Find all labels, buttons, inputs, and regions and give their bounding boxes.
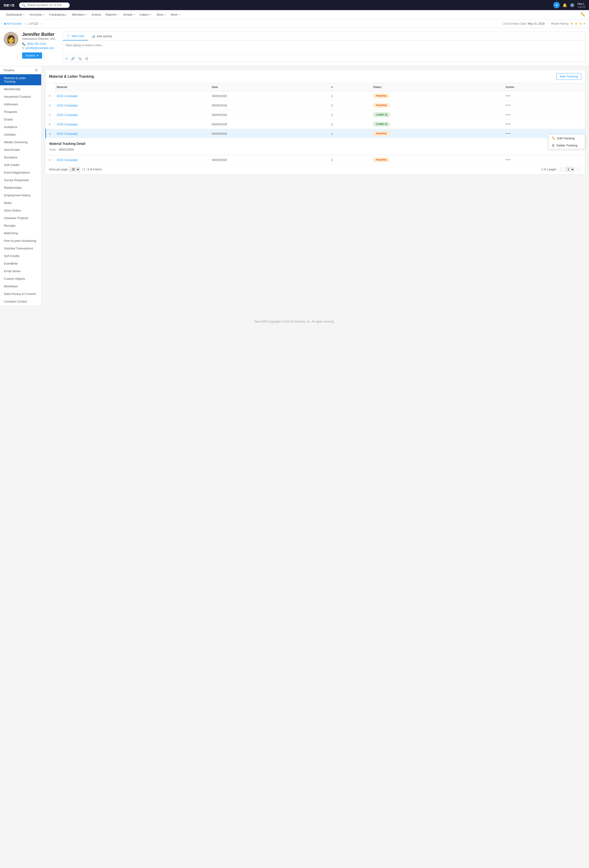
action-dots-button[interactable]: ••• [506,131,511,136]
bell-icon[interactable]: 🔔 [562,3,567,7]
sidebar-settings-icon[interactable]: ⚙ [35,68,38,72]
expand-button[interactable]: ∨ [49,132,51,136]
next-account-button[interactable]: › [41,22,42,25]
date-cell: 04/04/2018 [209,120,329,129]
nav-item-reports[interactable]: Reports▼ [103,10,121,19]
gear-icon[interactable]: ⚙️ [570,3,574,7]
sidebar-item-wealth-screening[interactable]: Wealth Screening [0,139,41,146]
nav-item-events[interactable]: Events [89,10,103,19]
expand-button[interactable]: ∨ [49,94,51,97]
profile-name: Jennifer Butler [22,32,59,37]
sidebar-item-grants[interactable]: Grants [0,116,41,123]
link-icon[interactable]: 🔗 [71,57,75,61]
sidebar-item-relationships[interactable]: Relationships [0,184,41,192]
status-badge: PENDING [373,131,389,136]
expand-button[interactable]: ∨ [49,113,51,117]
nav-item-fundraising[interactable]: Fundraising▼ [47,10,70,19]
sidebar-item-notes[interactable]: Notes [0,199,41,207]
sidebar-item-activities[interactable]: Activities [0,131,41,139]
campaign-link[interactable]: 2018 Campaign [57,113,78,117]
sidebar-item-prospects[interactable]: Prospects [0,108,41,116]
tab-add-activity[interactable]: 📊 Add activity [88,32,115,40]
sidebar-item-receipts[interactable]: Receipts [0,222,41,229]
sidebar-item-sent-emails[interactable]: Sent Emails [0,146,41,154]
sidebar-item-invitations[interactable]: Invitations [0,123,41,131]
expand-cell: ∨ [46,110,54,120]
add-button[interactable]: + [553,2,560,8]
action-dots-button[interactable]: ••• [506,94,511,98]
nav-item-store[interactable]: Store▼ [154,10,169,19]
sidebar-item-donations[interactable]: Donations [0,154,41,161]
campaign-link[interactable]: 2018 Campaign [57,104,78,107]
sidebar-item-employment-history[interactable]: Employment History [0,192,41,199]
edit-nav-icon[interactable]: ✏️ [581,12,585,17]
campaign-link[interactable]: 2018 Campaign [57,94,78,98]
page-select[interactable]: 1 [565,167,574,172]
sidebar-item-material-letter-tracking[interactable]: Material & Letter Tracking [0,74,41,85]
profile-email[interactable]: jennifer@example.com [26,46,54,50]
sidebar-item-soft-credits[interactable]: Soft Credits [0,161,41,169]
sidebar-item-household-contacts[interactable]: Household Contacts [0,93,41,100]
material-cell: 2018 Campaign [54,129,209,139]
nav-item-accounts[interactable]: Accounts▼ [27,10,47,19]
back-link[interactable]: ◀ All Accounts [4,22,22,25]
sidebar-item-data-privacy[interactable]: Data Privacy & Consent [0,290,41,298]
chevron-down-icon: ▼ [178,13,181,16]
sidebar-item-constant-contact[interactable]: Constant Contact [0,298,41,305]
search-input[interactable] [27,3,62,7]
sidebar-item-custom-objects[interactable]: Custom Objects [0,275,41,282]
star-2: ★ [575,22,578,25]
campaign-link[interactable]: 2018 Campaign [57,132,78,136]
date-cell: 04/04/2018 [209,101,329,110]
actions-button[interactable]: Actions ▼ [22,52,42,59]
expand-button[interactable]: ∨ [49,123,51,126]
sidebar-item-eventbrite[interactable]: EventBrite [0,260,41,267]
sidebar-item-mailchimp[interactable]: MailChimp [0,229,41,237]
sidebar-item-store-orders[interactable]: Store Orders [0,207,41,214]
sidebar-item-event-registrations[interactable]: Event Registrations [0,169,41,176]
action-dots-button[interactable]: ••• [506,158,511,162]
profile-phone[interactable]: (650) 555-1234 [27,42,46,46]
material-cell: 2018 Campaign [54,155,209,165]
per-page-select[interactable]: 10 25 50 [69,167,80,172]
action-dots-button[interactable]: ••• [506,122,511,126]
text-color-icon[interactable]: A [65,57,68,61]
chevron-down-icon: ▼ [65,13,67,16]
nav-item-dashboards[interactable]: Dashboards▼ [4,10,27,19]
sidebar-item-peer-to-peer[interactable]: Peer-to-peer fundraising [0,237,41,245]
campaign-link[interactable]: 2018 Campaign [57,158,78,162]
sidebar-item-email-series[interactable]: Email Series [0,267,41,275]
action-dots-button[interactable]: ••• [506,113,511,117]
note-textarea[interactable] [63,41,585,55]
sidebar-item-soft-credits-2[interactable]: Soft Credits [0,252,41,260]
sidebar-item-workflows[interactable]: Workflows [0,282,41,290]
mention-icon[interactable]: @ [85,57,88,61]
nav-item-letters[interactable]: Letters▼ [138,10,154,19]
sidebar-item-volunteer-projects[interactable]: Volunteer Projects [0,214,41,222]
table-row: ∨ 2018 Campaign 04/04/2018 1 COMPLTE [46,120,585,129]
nav-item-emails[interactable]: Emails▼ [121,10,138,19]
nav-item-members[interactable]: Members▼ [70,10,89,19]
attachment-icon[interactable]: 📎 [78,57,82,61]
context-menu-delete[interactable]: 🗑 Delete Tracking [549,142,585,149]
prev-account-button[interactable]: ‹ [24,22,25,25]
logout-link[interactable]: Log out [577,6,585,8]
expand-button[interactable]: ∨ [49,104,51,107]
search-bar[interactable]: 🔍 [19,3,70,8]
material-cell: 2018 Campaign [54,110,209,120]
next-page-button[interactable]: › [576,167,582,172]
expand-button[interactable]: ∨ [49,158,51,162]
status-cell: COMPLTE [370,110,503,120]
campaign-link[interactable]: 2018 Campaign [57,123,78,126]
new-tracking-button[interactable]: New Tracking [556,73,582,80]
sidebar-item-survey-responses[interactable]: Survey Responses [0,176,41,184]
sidebar-item-membership[interactable]: Membership [0,85,41,93]
sidebar-item-solicited-transactions[interactable]: Solicited Transactions [0,245,41,252]
prev-page-button[interactable]: ‹ [558,167,563,172]
sidebar-item-addresses[interactable]: Addresses [0,100,41,108]
chevron-down-icon: ▼ [23,13,25,16]
tab-new-note[interactable]: 📄 New note [63,32,88,40]
action-dots-button[interactable]: ••• [506,103,511,107]
context-menu-edit[interactable]: ✏️ Edit Tracking [549,135,585,142]
nav-item-more[interactable]: More▼ [169,10,183,19]
